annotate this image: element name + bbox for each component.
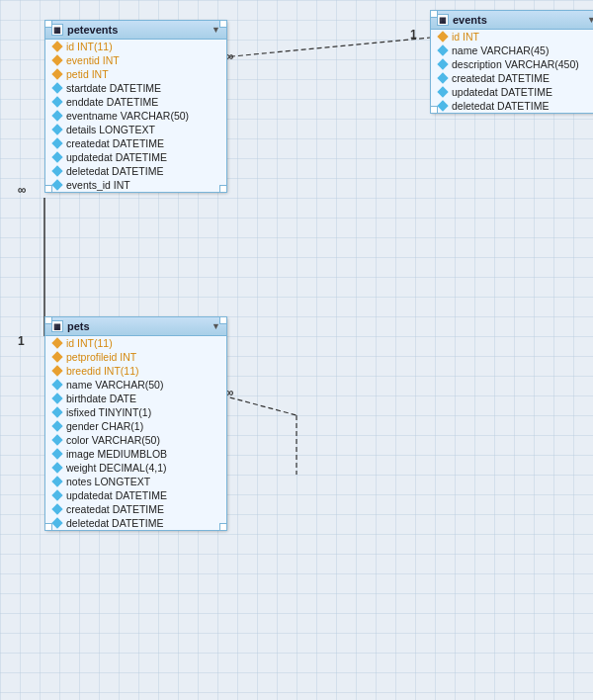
field-icon [51, 110, 62, 121]
field-label: updatedat DATETIME [66, 151, 167, 163]
fk-icon [51, 365, 62, 376]
field-icon [51, 393, 62, 403]
resize-br-pets[interactable] [219, 523, 227, 531]
fk-icon [51, 351, 62, 362]
table-row: createdat DATETIME [431, 71, 593, 85]
table-header-events[interactable]: ▦ events ▼ [431, 11, 593, 30]
resize-tl-pets[interactable] [44, 316, 52, 324]
field-label: image MEDIUMBLOB [66, 448, 167, 460]
field-label: deletedat DATETIME [66, 165, 163, 177]
field-icon [51, 179, 62, 190]
table-events: ▦ events ▼ id INT name VARCHAR(45) descr… [430, 10, 593, 114]
table-row: updatedat DATETIME [45, 150, 226, 164]
resize-bl-pets[interactable] [44, 523, 52, 531]
table-row: updatedat DATETIME [431, 85, 593, 99]
field-label: name VARCHAR(50) [66, 379, 163, 391]
field-label: createdat DATETIME [66, 503, 164, 515]
table-row: deletedat DATETIME [45, 164, 226, 178]
table-row: createdat DATETIME [45, 502, 226, 516]
field-label: id INT(11) [66, 337, 113, 349]
field-icon [51, 462, 62, 473]
field-label: deletedat DATETIME [66, 517, 163, 529]
pk-icon [437, 31, 448, 42]
field-label: name VARCHAR(45) [452, 44, 549, 56]
table-header-petevents[interactable]: ▦ petevents ▼ [45, 21, 226, 40]
table-title-petevents: petevents [67, 24, 118, 36]
table-icon-pets: ▦ [51, 320, 63, 332]
table-icon-events: ▦ [437, 14, 449, 26]
field-label: gender CHAR(1) [66, 420, 143, 432]
field-label: id INT [452, 31, 479, 43]
table-row: startdate DATETIME [45, 81, 226, 95]
resize-bl-petevents[interactable] [44, 185, 52, 193]
resize-br-petevents[interactable] [219, 185, 227, 193]
field-icon [51, 517, 62, 528]
pk-icon [51, 41, 62, 51]
table-row: description VARCHAR(450) [431, 57, 593, 71]
pk-icon [51, 337, 62, 348]
dropdown-events[interactable]: ▼ [587, 15, 593, 25]
resize-tl-events[interactable] [430, 10, 438, 18]
resize-tl-petevents[interactable] [44, 20, 52, 28]
field-icon [437, 72, 448, 83]
table-row: eventid INT [45, 53, 226, 67]
field-label: breedid INT(11) [66, 365, 139, 377]
field-label: petprofileid INT [66, 351, 136, 363]
field-label: createdat DATETIME [452, 72, 550, 84]
field-label: petid INT [66, 68, 109, 80]
table-row: events_id INT [45, 178, 226, 192]
table-row: createdat DATETIME [45, 136, 226, 150]
field-label: birthdate DATE [66, 393, 136, 404]
field-icon [51, 96, 62, 107]
table-row: deletedat DATETIME [45, 516, 226, 530]
table-row: deletedat DATETIME [431, 99, 593, 113]
field-icon [437, 44, 448, 55]
field-label: enddate DATETIME [66, 96, 158, 108]
table-row: petprofileid INT [45, 350, 226, 364]
resize-tr-petevents[interactable] [219, 20, 227, 28]
field-icon [51, 124, 62, 134]
fk-icon [51, 54, 62, 65]
field-label: weight DECIMAL(4,1) [66, 462, 167, 474]
table-row: details LONGTEXT [45, 123, 226, 136]
table-row: enddate DATETIME [45, 95, 226, 109]
field-icon [51, 434, 62, 445]
table-pets: ▦ pets ▼ id INT(11) petprofileid INT bre… [44, 316, 227, 531]
table-row: id INT [431, 30, 593, 44]
field-icon [51, 420, 62, 431]
table-row: name VARCHAR(45) [431, 44, 593, 57]
field-label: eventname VARCHAR(50) [66, 110, 189, 122]
field-icon [437, 58, 448, 69]
field-label: id INT(11) [66, 41, 113, 52]
table-row: petid INT [45, 67, 226, 81]
field-icon [51, 165, 62, 176]
cardinality-one-pets-left: 1 [18, 334, 25, 348]
table-petevents: ▦ petevents ▼ id INT(11) eventid INT pet… [44, 20, 227, 193]
field-label: deletedat DATETIME [452, 100, 549, 112]
field-label: isfixed TINYINT(1) [66, 406, 151, 418]
table-row: updatedat DATETIME [45, 488, 226, 502]
resize-bl-events[interactable] [430, 106, 438, 114]
field-icon [51, 82, 62, 93]
field-icon [51, 503, 62, 514]
field-icon [51, 476, 62, 486]
table-header-pets[interactable]: ▦ pets ▼ [45, 317, 226, 336]
table-row: image MEDIUMBLOB [45, 447, 226, 461]
field-icon [437, 100, 448, 111]
table-row: notes LONGTEXT [45, 475, 226, 488]
field-label: updatedat DATETIME [66, 489, 167, 501]
resize-tr-pets[interactable] [219, 316, 227, 324]
field-label: notes LONGTEXT [66, 476, 150, 487]
table-title-pets: pets [67, 320, 90, 332]
table-row: id INT(11) [45, 40, 226, 53]
field-icon [51, 448, 62, 459]
cardinality-one-events: 1 [410, 28, 417, 42]
field-label: description VARCHAR(450) [452, 58, 579, 70]
table-row: id INT(11) [45, 336, 226, 350]
field-icon [437, 86, 448, 97]
field-icon [51, 137, 62, 148]
table-row: weight DECIMAL(4,1) [45, 461, 226, 475]
table-icon-petevents: ▦ [51, 24, 63, 36]
field-label: events_id INT [66, 179, 130, 191]
field-label: details LONGTEXT [66, 124, 155, 135]
